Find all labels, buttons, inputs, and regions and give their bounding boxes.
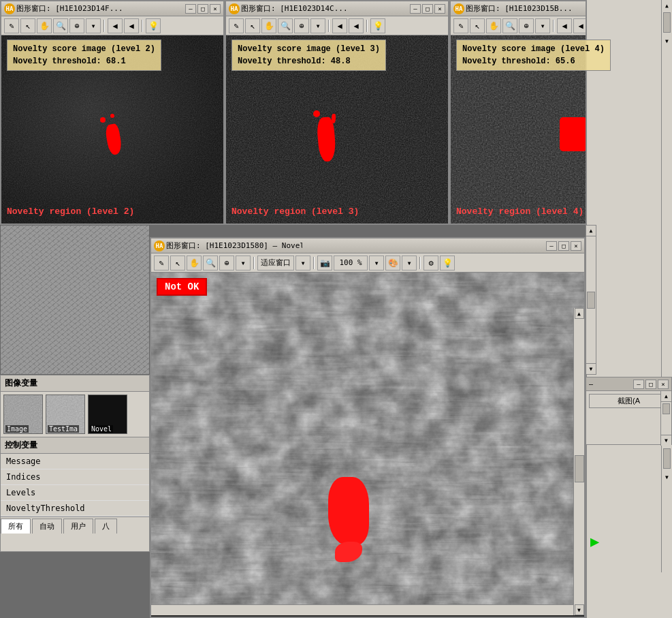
pan-btn-3[interactable]: ✋ [261, 18, 276, 33]
mid-right-scrollbar[interactable]: ▲ ▼ [586, 225, 596, 375]
mid-scroll-down[interactable]: ▼ [586, 363, 596, 374]
small-window-controls: — □ × [633, 380, 669, 389]
zoom-btn[interactable]: 🔍 [53, 18, 68, 33]
back-btn[interactable]: ◀ [108, 18, 123, 33]
main-color-dropdown[interactable]: ▾ [402, 256, 417, 271]
zoomin-btn[interactable]: ⊕ [69, 18, 84, 33]
close-btn[interactable]: × [210, 4, 221, 14]
sw-close[interactable]: × [658, 380, 669, 389]
sw-min[interactable]: — [633, 380, 644, 389]
sw-scroll-up[interactable]: ▲ [661, 391, 671, 402]
main-maximize-btn[interactable]: □ [558, 241, 569, 251]
back-btn-4[interactable]: ◀ [557, 18, 572, 33]
pan-btn-4[interactable]: ✋ [486, 18, 501, 33]
level4-region-label: Novelty region (level 4) [456, 206, 583, 217]
thumb-testimage[interactable]: TestIma [46, 395, 85, 434]
light-btn[interactable]: 💡 [146, 18, 161, 33]
main-edit-btn[interactable]: ✎ [154, 256, 169, 271]
maximize-btn[interactable]: □ [197, 4, 208, 14]
select-btn[interactable]: ↖ [20, 18, 35, 33]
main-camera-btn[interactable]: 📷 [317, 256, 332, 271]
level3-region-label: Novelty region (level 3) [231, 206, 359, 217]
sw-scroll-thumb[interactable] [662, 403, 670, 414]
control-indices[interactable]: Indices [1, 469, 149, 485]
zoomin-btn-4[interactable]: ⊕ [519, 18, 534, 33]
level3-titlebar: HA 图形窗口: [H1E1023D14C... — □ × [226, 1, 448, 16]
scroll-thumb[interactable] [575, 455, 584, 482]
control-message[interactable]: Message [1, 454, 149, 469]
fit-dropdown[interactable]: ▾ [295, 256, 310, 271]
main-minimize-btn[interactable]: — [546, 241, 557, 251]
mid-scroll-up[interactable]: ▲ [586, 226, 596, 236]
fwd-btn[interactable]: ◀ [124, 18, 139, 33]
screenshot-btn[interactable]: 截图(A [589, 394, 669, 408]
main-select-btn[interactable]: ↖ [170, 256, 185, 271]
tab-auto[interactable]: 自动 [32, 519, 62, 534]
minimize-btn-3[interactable]: — [410, 4, 421, 14]
scroll-up-arrow[interactable]: ▲ [575, 308, 584, 319]
main-titlebar-controls: — □ × [546, 241, 581, 251]
main-light-btn[interactable]: 💡 [440, 256, 455, 271]
main-config-btn[interactable]: ⚙ [423, 256, 438, 271]
titlebar-controls: — □ × [185, 4, 221, 14]
main-zoomin-btn[interactable]: ⊕ [219, 256, 234, 271]
right-scroll2-thumb[interactable] [663, 448, 671, 469]
edit-btn[interactable]: ✎ [4, 18, 19, 33]
titlebar-controls-3: — □ × [410, 4, 445, 14]
fwd-btn-3[interactable]: ◀ [349, 18, 364, 33]
main-color-btn[interactable]: 🎨 [385, 256, 400, 271]
zoomin-btn-3[interactable]: ⊕ [294, 18, 309, 33]
right-vscrollbar2[interactable]: ▲ ▼ [661, 436, 672, 572]
tab-extra[interactable]: 八 [95, 519, 117, 534]
level2-info-box: Novelty score image (level 2) Novelty th… [7, 40, 161, 71]
maximize-btn-3[interactable]: □ [422, 4, 433, 14]
var-thumbnails-row: Image TestIma Novel [1, 392, 149, 437]
right-scroll-thumb[interactable] [663, 12, 671, 33]
back-btn-3[interactable]: ◀ [332, 18, 347, 33]
main-pan-btn[interactable]: ✋ [187, 256, 202, 271]
control-levels[interactable]: Levels [1, 485, 149, 501]
close-btn-3[interactable]: × [434, 4, 445, 14]
level4-info-box: Novelty score image (level 4) Novelty th… [456, 40, 611, 71]
right-scroll-up[interactable]: ▲ [662, 0, 672, 11]
sep1 [103, 20, 105, 32]
right-scroll2-down[interactable]: ▼ [662, 472, 672, 482]
edit-btn-4[interactable]: ✎ [453, 18, 468, 33]
thumb-image[interactable]: Image [3, 395, 43, 434]
control-vars-title: 控制变量 [1, 437, 149, 454]
dropdown-btn-3[interactable]: ▾ [310, 18, 325, 33]
select-btn-4[interactable]: ↖ [470, 18, 485, 33]
tab-all[interactable]: 所有 [1, 519, 31, 534]
level3-title: 图形窗口: [H1E1023D14C... [241, 3, 348, 14]
light-btn-3[interactable]: 💡 [370, 18, 385, 33]
minimize-btn[interactable]: — [185, 4, 196, 14]
sw-scroll-down[interactable]: ▼ [661, 435, 671, 446]
zoom-btn-3[interactable]: 🔍 [278, 18, 293, 33]
sw-max[interactable]: □ [645, 380, 656, 389]
zoom-pct-dropdown[interactable]: ▾ [369, 256, 384, 271]
thumb-novel[interactable]: Novel [88, 395, 127, 434]
scroll-down-arrow[interactable]: ▼ [575, 604, 584, 615]
edit-btn-3[interactable]: ✎ [229, 18, 244, 33]
main-zoom-dropdown[interactable]: ▾ [236, 256, 251, 271]
main-image-content: Not OK ▲ ▼ [151, 273, 584, 615]
level2-threshold-line: Novelty threshold: 68.1 [13, 55, 155, 67]
sw-scrollbar[interactable]: ▲ ▼ [660, 391, 671, 446]
pan-btn[interactable]: ✋ [37, 18, 52, 33]
main-zoom-btn[interactable]: 🔍 [203, 256, 218, 271]
level2-titlebar: HA 图形窗口: [H1E1023D14F... — □ × [1, 1, 223, 16]
main-hscrollbar[interactable] [151, 604, 573, 615]
right-vscrollbar[interactable]: ▲ ▼ [661, 0, 672, 382]
tab-user[interactable]: 用户 [63, 519, 93, 534]
dropdown-btn-4[interactable]: ▾ [535, 18, 550, 33]
dropdown-btn[interactable]: ▾ [86, 18, 101, 33]
main-vscrollbar[interactable]: ▲ ▼ [573, 308, 584, 615]
select-btn-3[interactable]: ↖ [245, 18, 260, 33]
fit-window-btn[interactable]: 适应窗口 [257, 256, 294, 271]
control-noveltythreshold[interactable]: NoveltyThreshold [1, 501, 149, 516]
main-close-btn[interactable]: × [571, 241, 581, 251]
mid-scroll-thumb[interactable] [587, 292, 595, 309]
thumb-image-label: Image [5, 425, 29, 433]
right-scroll-down[interactable]: ▼ [662, 35, 672, 46]
zoom-btn-4[interactable]: 🔍 [502, 18, 517, 33]
